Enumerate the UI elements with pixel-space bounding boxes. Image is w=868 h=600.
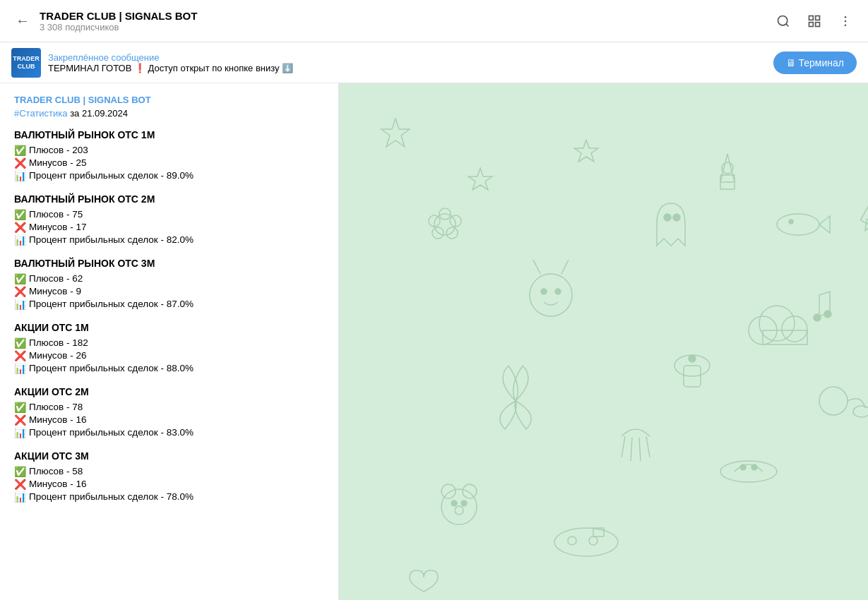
- stat-section: ВАЛЮТНЫЙ РЫНОК ОТС 1М ✅ Плюсов - 203 ❌ М…: [14, 129, 324, 181]
- svg-point-40: [451, 500, 457, 506]
- right-panel: [339, 83, 868, 600]
- minus-row: ❌ Минусов - 16: [14, 479, 324, 489]
- minus-icon: ❌: [14, 479, 26, 489]
- main-layout: TRADER CLUB | SIGNALS BOT #Статистика за…: [0, 83, 868, 600]
- chart-row: 📊 Процент прибыльных сделок - 83.0%: [14, 427, 324, 438]
- section-title: ВАЛЮТНЫЙ РЫНОК ОТС 2М: [14, 193, 324, 205]
- svg-point-55: [824, 311, 831, 318]
- svg-point-21: [541, 289, 547, 294]
- hashtag[interactable]: #Статистика: [14, 108, 68, 119]
- svg-line-36: [646, 436, 650, 457]
- plus-icon: ✅: [14, 467, 26, 476]
- header: ← TRADER CLUB | SIGNALS BOT 3 308 подпис…: [0, 0, 868, 42]
- svg-point-39: [463, 484, 477, 498]
- svg-point-18: [530, 274, 572, 316]
- svg-line-33: [622, 436, 625, 457]
- stat-section: ВАЛЮТНЫЙ РЫНОК ОТС 2М ✅ Плюсов - 75 ❌ Ми…: [14, 193, 324, 245]
- svg-point-53: [589, 536, 598, 545]
- svg-point-50: [554, 528, 618, 556]
- plus-label: Плюсов - 203: [29, 145, 88, 155]
- minus-label: Минусов - 25: [29, 157, 86, 168]
- minus-icon: ❌: [14, 287, 26, 296]
- minus-icon: ❌: [14, 351, 26, 361]
- plus-row: ✅ Плюсов - 78: [14, 402, 324, 412]
- chart-icon: 📊: [14, 235, 26, 245]
- search-button[interactable]: [772, 10, 795, 32]
- minus-label: Минусов - 16: [29, 414, 86, 425]
- terminal-button[interactable]: 🖥 Терминал: [773, 52, 857, 74]
- plus-icon: ✅: [14, 145, 26, 155]
- more-button[interactable]: [834, 10, 857, 32]
- plus-row: ✅ Плюсов - 203: [14, 145, 324, 155]
- minus-label: Минусов - 17: [29, 222, 86, 232]
- sections-container: ВАЛЮТНЫЙ РЫНОК ОТС 1М ✅ Плюсов - 203 ❌ М…: [14, 129, 324, 502]
- plus-row: ✅ Плюсов - 182: [14, 337, 324, 348]
- chart-row: 📊 Процент прибыльных сделок - 88.0%: [14, 363, 324, 373]
- plus-row: ✅ Плюсов - 58: [14, 466, 324, 476]
- minus-icon: ❌: [14, 415, 26, 425]
- plus-label: Плюсов - 78: [29, 402, 83, 412]
- left-panel: TRADER CLUB | SIGNALS BOT #Статистика за…: [0, 83, 339, 600]
- subscriber-count: 3 308 подписчиков: [40, 22, 772, 32]
- chart-row: 📊 Процент прибыльных сделок - 89.0%: [14, 170, 324, 181]
- back-button[interactable]: ←: [11, 10, 34, 32]
- chart-row: 📊 Процент прибыльных сделок - 82.0%: [14, 234, 324, 245]
- chart-icon: 📊: [14, 171, 26, 181]
- section-title: АКЦИИ ОТС 2М: [14, 386, 324, 397]
- section-title: ВАЛЮТНЫЙ РЫНОК ОТС 3М: [14, 258, 324, 269]
- svg-marker-11: [574, 140, 598, 162]
- plus-icon: ✅: [14, 338, 26, 348]
- chart-icon: 📊: [14, 428, 26, 438]
- section-title: ВАЛЮТНЫЙ РЫНОК ОТС 1М: [14, 129, 324, 140]
- plus-icon: ✅: [14, 274, 26, 284]
- message-date: за 21.09.2024: [68, 108, 128, 119]
- svg-point-58: [664, 214, 671, 221]
- pinned-thumbnail: TRADERCLUB: [11, 48, 41, 78]
- channel-info: TRADER CLUB | SIGNALS BOT 3 308 подписчи…: [40, 10, 772, 32]
- plus-label: Плюсов - 182: [29, 337, 88, 348]
- stat-section: АКЦИИ ОТС 1М ✅ Плюсов - 182 ❌ Минусов - …: [14, 322, 324, 373]
- svg-rect-4: [809, 22, 814, 26]
- section-title: АКЦИИ ОТС 3М: [14, 450, 324, 462]
- svg-point-59: [673, 214, 680, 221]
- doodle-overlay: [339, 83, 868, 600]
- minus-row: ❌ Минусов - 16: [14, 414, 324, 425]
- minus-row: ❌ Минусов - 26: [14, 350, 324, 361]
- svg-line-19: [533, 260, 540, 274]
- thumbnail-text: TRADERCLUB: [13, 55, 40, 71]
- svg-point-0: [778, 16, 787, 25]
- svg-point-54: [814, 314, 821, 321]
- svg-point-49: [751, 464, 757, 470]
- svg-point-7: [845, 20, 847, 22]
- svg-point-29: [819, 387, 848, 415]
- minus-label: Минусов - 26: [29, 350, 86, 361]
- svg-point-37: [441, 489, 477, 524]
- plus-row: ✅ Плюсов - 75: [14, 209, 324, 220]
- minus-label: Минусов - 16: [29, 479, 86, 489]
- chart-label: Процент прибыльных сделок - 78.0%: [29, 491, 194, 502]
- plus-label: Плюсов - 58: [29, 466, 83, 476]
- section-title: АКЦИИ ОТС 1М: [14, 322, 324, 333]
- header-actions: [772, 10, 857, 32]
- chart-label: Процент прибыльных сделок - 88.0%: [29, 363, 194, 373]
- chart-icon: 📊: [14, 299, 26, 309]
- plus-row: ✅ Плюсов - 62: [14, 273, 324, 284]
- stat-section: АКЦИИ ОТС 3М ✅ Плюсов - 58 ❌ Минусов - 1…: [14, 450, 324, 502]
- svg-point-42: [455, 506, 463, 515]
- minus-row: ❌ Минусов - 9: [14, 286, 324, 296]
- svg-point-28: [789, 220, 793, 224]
- minus-icon: ❌: [14, 158, 26, 168]
- layout-button[interactable]: [803, 10, 826, 32]
- svg-point-44: [759, 306, 795, 341]
- svg-point-48: [740, 464, 746, 470]
- back-icon: ←: [16, 13, 30, 29]
- svg-point-52: [568, 536, 576, 545]
- chart-label: Процент прибыльных сделок - 83.0%: [29, 427, 194, 438]
- minus-row: ❌ Минусов - 17: [14, 222, 324, 232]
- chart-label: Процент прибыльных сделок - 87.0%: [29, 299, 194, 309]
- minus-label: Минусов - 9: [29, 286, 81, 296]
- svg-line-34: [631, 438, 632, 461]
- svg-line-1: [786, 23, 789, 26]
- svg-point-8: [845, 24, 847, 26]
- chart-row: 📊 Процент прибыльных сделок - 78.0%: [14, 491, 324, 502]
